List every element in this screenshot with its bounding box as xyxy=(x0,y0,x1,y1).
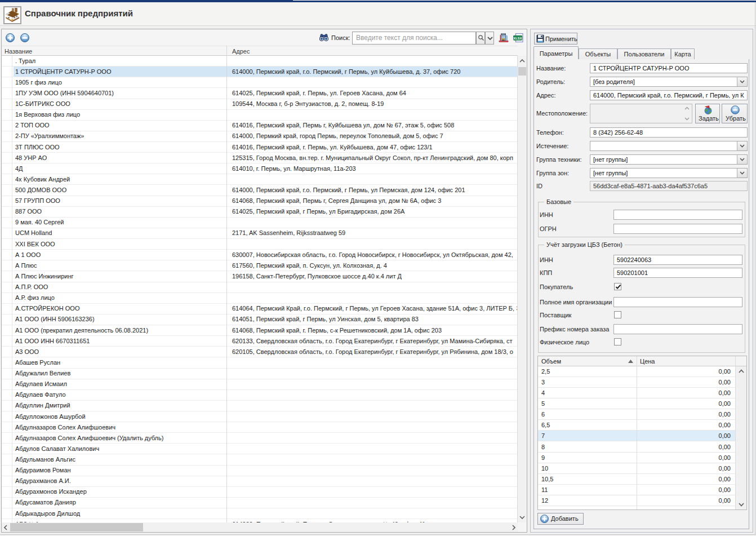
svg-text:XLSX: XLSX xyxy=(513,37,522,40)
